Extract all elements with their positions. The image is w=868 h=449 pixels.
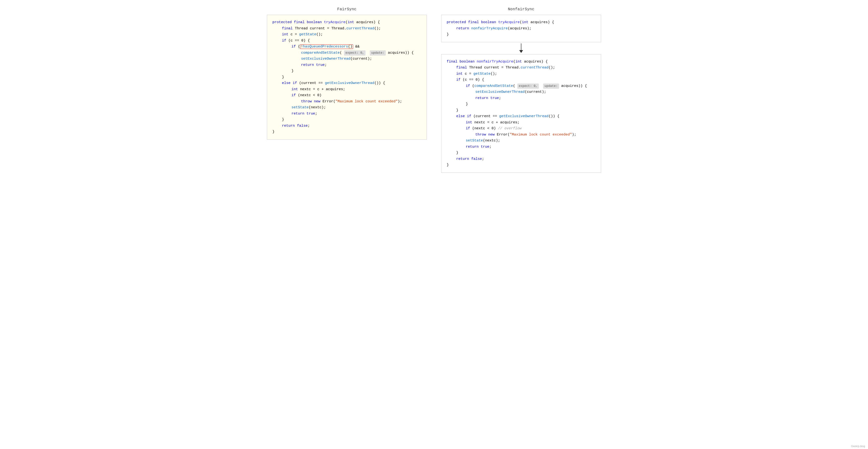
fs-line-9: } xyxy=(272,68,421,74)
page-container: FairSync protected final boolean tryAcqu… xyxy=(267,7,601,173)
arrow-line xyxy=(521,43,521,50)
fs-line-3: int c = getState(); xyxy=(272,31,421,38)
nf-line-16: } xyxy=(447,150,596,156)
fs-line-6: compareAndSetState( expect: 0, update: a… xyxy=(272,50,421,56)
fs-line-12: int nextc = c + acquires; xyxy=(272,86,421,93)
nf-line-12: if (nextc < 0) // overflow xyxy=(447,126,596,132)
nf-line-5: if (compareAndSetState( expect: 0, updat… xyxy=(447,83,596,89)
nf-line-2: final Thread current = Thread.currentThr… xyxy=(447,65,596,71)
fs-line-18: return false; xyxy=(272,123,421,129)
fs-line-11: else if (current == getExclusiveOwnerThr… xyxy=(272,80,421,86)
nonfair-top-box: protected final boolean tryAcquire(int a… xyxy=(441,15,601,42)
nonfairsync-panel: NonfairSync protected final boolean tryA… xyxy=(441,7,601,173)
fs-line-17: } xyxy=(272,117,421,123)
nf-line-13: throw new Error("Maximum lock count exce… xyxy=(447,132,596,138)
expect-pill: expect: 0, xyxy=(344,50,366,56)
fs-line-16: return true; xyxy=(272,111,421,117)
nf-top-line-2: return nonfairTryAcquire(acquires); xyxy=(447,26,596,32)
update-pill: update: xyxy=(370,50,386,56)
nonfair-right-column: protected final boolean tryAcquire(int a… xyxy=(441,15,601,173)
down-arrow xyxy=(519,43,523,53)
fairsync-title: FairSync xyxy=(337,7,356,11)
highlight-hasQueued: !hasQueuedPredecessors() xyxy=(300,44,353,49)
nf-line-4: if (c == 0) { xyxy=(447,77,596,83)
fs-line-1: protected final boolean tryAcquire(int a… xyxy=(272,19,421,26)
fs-line-13: if (nextc < 0) xyxy=(272,92,421,99)
nonfairsync-title: NonfairSync xyxy=(508,7,534,11)
nf-line-15: return true; xyxy=(447,144,596,150)
nf-line-7: return true; xyxy=(447,95,596,101)
fs-line-15: setState(nextc); xyxy=(272,104,421,111)
nf-line-14: setState(nextc); xyxy=(447,138,596,144)
fs-line-10: } xyxy=(272,74,421,81)
fs-line-14: throw new Error("Maximum lock count exce… xyxy=(272,99,421,105)
nf-expect-pill: expect: 0, xyxy=(517,84,539,89)
fs-line-8: return true; xyxy=(272,62,421,68)
fs-line-2: final Thread current = Thread.currentThr… xyxy=(272,26,421,32)
arrow-container xyxy=(441,42,601,54)
nf-line-10: else if (current == getExclusiveOwnerThr… xyxy=(447,113,596,120)
nonfair-bottom-box: final boolean nonfairTryAcquire(int acqu… xyxy=(441,54,601,173)
nf-line-18: } xyxy=(447,162,596,168)
fs-line-19: } xyxy=(272,129,421,135)
arrow-head xyxy=(519,50,523,53)
fs-line-5: if (!hasQueuedPredecessors() && xyxy=(272,44,421,50)
nf-line-11: int nextc = c + acquires; xyxy=(447,120,596,126)
fs-line-4: if (c == 0) { xyxy=(272,38,421,44)
nf-update-pill: update: xyxy=(543,84,559,89)
nf-line-3: int c = getState(); xyxy=(447,71,596,77)
fairsync-panel: FairSync protected final boolean tryAcqu… xyxy=(267,7,427,139)
nf-line-6: setExclusiveOwnerThread(current); xyxy=(447,89,596,95)
nf-line-17: return false; xyxy=(447,156,596,162)
nf-top-line-1: protected final boolean tryAcquire(int a… xyxy=(447,19,596,26)
fairsync-code-box: protected final boolean tryAcquire(int a… xyxy=(267,15,427,139)
nf-line-9: } xyxy=(447,107,596,114)
nf-line-8: } xyxy=(447,101,596,107)
watermark: Geek/p.blog xyxy=(851,445,865,448)
nf-top-line-3: } xyxy=(447,31,596,38)
nf-line-1: final boolean nonfairTryAcquire(int acqu… xyxy=(447,59,596,65)
fs-line-7: setExclusiveOwnerThread(current); xyxy=(272,56,421,62)
